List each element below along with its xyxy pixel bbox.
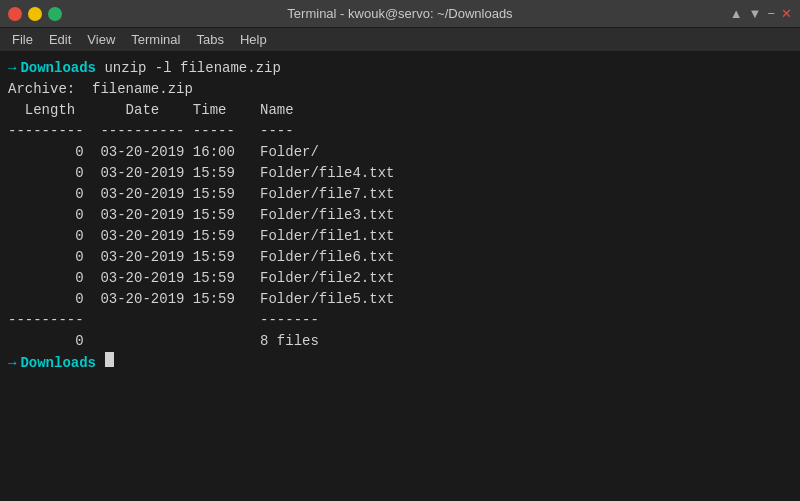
menu-file[interactable]: File <box>4 30 41 49</box>
output-line-3: 0 03-20-2019 16:00 Folder/ <box>8 142 792 163</box>
prompt-arrow-2: → <box>8 353 16 374</box>
output-line-7: 0 03-20-2019 15:59 Folder/file1.txt <box>8 226 792 247</box>
output-line-11: --------- ------- <box>8 310 792 331</box>
output-line-5: 0 03-20-2019 15:59 Folder/file7.txt <box>8 184 792 205</box>
minimize-button[interactable] <box>28 7 42 21</box>
output-line-1: Length Date Time Name <box>8 100 792 121</box>
menu-view[interactable]: View <box>79 30 123 49</box>
prompt-dir-2: Downloads <box>20 353 96 374</box>
output-line-2: --------- ---------- ----- ---- <box>8 121 792 142</box>
scroll-down-icon[interactable]: ▼ <box>749 6 762 21</box>
output-line-12: 0 8 files <box>8 331 792 352</box>
command-text-1: unzip -l filename.zip <box>96 58 281 79</box>
command-line-2: → Downloads <box>8 352 792 374</box>
prompt-space <box>96 353 104 374</box>
output-line-6: 0 03-20-2019 15:59 Folder/file3.txt <box>8 205 792 226</box>
menu-terminal[interactable]: Terminal <box>123 30 188 49</box>
menubar: File Edit View Terminal Tabs Help <box>0 28 800 52</box>
scroll-up-icon[interactable]: ▲ <box>730 6 743 21</box>
command-line-1: → Downloads unzip -l filename.zip <box>8 58 792 79</box>
output-line-10: 0 03-20-2019 15:59 Folder/file5.txt <box>8 289 792 310</box>
prompt-arrow-1: → <box>8 58 16 79</box>
menu-tabs[interactable]: Tabs <box>188 30 231 49</box>
terminal-content[interactable]: → Downloads unzip -l filename.zip Archiv… <box>0 52 800 501</box>
output-line-4: 0 03-20-2019 15:59 Folder/file4.txt <box>8 163 792 184</box>
output-line-8: 0 03-20-2019 15:59 Folder/file6.txt <box>8 247 792 268</box>
titlebar-right-controls: ▲ ▼ − ✕ <box>730 6 792 21</box>
window-controls <box>8 7 62 21</box>
close-button[interactable] <box>8 7 22 21</box>
output-line-9: 0 03-20-2019 15:59 Folder/file2.txt <box>8 268 792 289</box>
output-line-0: Archive: filename.zip <box>8 79 792 100</box>
titlebar: Terminal - kwouk@servo: ~/Downloads ▲ ▼ … <box>0 0 800 28</box>
prompt-dir-1: Downloads <box>20 58 96 79</box>
terminal-cursor <box>105 352 114 367</box>
minimize-icon[interactable]: − <box>767 6 775 21</box>
menu-help[interactable]: Help <box>232 30 275 49</box>
window-title: Terminal - kwouk@servo: ~/Downloads <box>287 6 512 21</box>
maximize-button[interactable] <box>48 7 62 21</box>
menu-edit[interactable]: Edit <box>41 30 79 49</box>
close-icon[interactable]: ✕ <box>781 6 792 21</box>
